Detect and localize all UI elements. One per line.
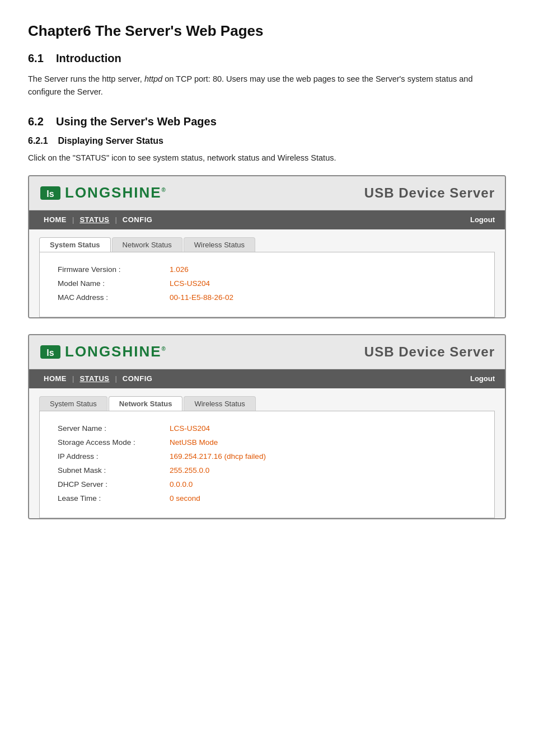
section-2-number: 6.2 <box>28 115 44 128</box>
svg-text:ls: ls <box>46 348 54 358</box>
table-row: Storage Access Mode : NetUSB Mode <box>53 435 481 449</box>
label-firmware: Firmware Version : <box>53 262 165 276</box>
section-2-heading: Using the Server's Web Pages <box>56 115 217 128</box>
label-model: Model Name : <box>53 276 165 290</box>
section-1-title: 6.1 Introduction <box>28 52 506 65</box>
section-1-heading: Introduction <box>56 52 121 64</box>
table-row: MAC Address : 00-11-E5-88-26-02 <box>53 290 481 304</box>
nav-status-1[interactable]: STATUS <box>75 215 114 224</box>
panel-1-logo: ls LONGSHINE® <box>39 182 167 204</box>
ui-panel-1: ls LONGSHINE® USB Device Server HOME | S… <box>28 175 506 318</box>
panel-2-product-title: USB Device Server <box>364 344 495 360</box>
section-2-title: 6.2 Using the Server's Web Pages <box>28 115 506 128</box>
value-firmware: 1.026 <box>165 262 481 276</box>
tab-wireless-status-1[interactable]: Wireless Status <box>184 237 255 252</box>
nav-sep-3: | <box>71 374 75 383</box>
section-1-number: 6.1 <box>28 52 44 64</box>
logo-name-2: LONGSHINE <box>65 343 162 360</box>
panel-2-tabs: System Status Network Status Wireless St… <box>39 396 495 411</box>
panel-1-tab-container: System Status Network Status Wireless St… <box>29 229 505 317</box>
nav-home-1[interactable]: HOME <box>39 215 71 224</box>
nav-sep-1: | <box>71 215 75 224</box>
table-row: Firmware Version : 1.026 <box>53 262 481 276</box>
longshine-logo-icon: ls <box>39 182 62 204</box>
label-subnet: Subnet Mask : <box>53 463 165 477</box>
value-model: LCS-US204 <box>165 276 481 290</box>
section-1-body: The Server runs the http server, httpd o… <box>28 73 506 98</box>
panel-2-tab-content: Server Name : LCS-US204 Storage Access M… <box>39 411 495 518</box>
table-row: Lease Time : 0 second <box>53 491 481 505</box>
label-server-name: Server Name : <box>53 421 165 435</box>
logo-reg-2: ® <box>162 346 167 352</box>
nav-sep-2: | <box>114 215 118 224</box>
panel-2-header: ls LONGSHINE® USB Device Server <box>29 335 505 369</box>
subsection-1-title: 6.2.1 Displaying Server Status <box>28 136 506 146</box>
longshine-logo-icon-2: ls <box>39 341 62 363</box>
value-mac: 00-11-E5-88-26-02 <box>165 290 481 304</box>
value-lease: 0 second <box>165 491 481 505</box>
label-mac: MAC Address : <box>53 290 165 304</box>
logo-reg: ® <box>162 187 167 193</box>
panel-1-data-table: Firmware Version : 1.026 Model Name : LC… <box>53 262 481 304</box>
nav-home-2[interactable]: HOME <box>39 374 71 383</box>
value-ip: 169.254.217.16 (dhcp failed) <box>165 449 481 463</box>
subsection-1-body: Click on the "STATUS" icon to see system… <box>28 152 506 165</box>
nav-status-2[interactable]: STATUS <box>75 374 114 383</box>
panel-1-tabs: System Status Network Status Wireless St… <box>39 237 495 252</box>
label-lease: Lease Time : <box>53 491 165 505</box>
value-subnet: 255.255.0.0 <box>165 463 481 477</box>
nav-logout-2[interactable]: Logout <box>470 374 495 383</box>
value-server-name: LCS-US204 <box>165 421 481 435</box>
subsection-1-number: 6.2.1 <box>28 136 48 145</box>
table-row: Model Name : LCS-US204 <box>53 276 481 290</box>
label-dhcp: DHCP Server : <box>53 477 165 491</box>
panel-1-tab-content: Firmware Version : 1.026 Model Name : LC… <box>39 252 495 317</box>
tab-network-status-2[interactable]: Network Status <box>109 396 183 411</box>
value-dhcp: 0.0.0.0 <box>165 477 481 491</box>
nav-config-2[interactable]: CONFIG <box>118 374 157 383</box>
panel-2-tab-container: System Status Network Status Wireless St… <box>29 388 505 518</box>
panel-1-product-title: USB Device Server <box>364 185 495 201</box>
longshine-logo-text-2: LONGSHINE® <box>65 343 167 360</box>
table-row: Subnet Mask : 255.255.0.0 <box>53 463 481 477</box>
panel-2-nav: HOME | STATUS | CONFIG Logout <box>29 369 505 388</box>
tab-system-status-2[interactable]: System Status <box>39 396 107 411</box>
table-row: IP Address : 169.254.217.16 (dhcp failed… <box>53 449 481 463</box>
ui-panel-2: ls LONGSHINE® USB Device Server HOME | S… <box>28 334 506 519</box>
table-row: Server Name : LCS-US204 <box>53 421 481 435</box>
longshine-logo-text: LONGSHINE® <box>65 184 167 201</box>
nav-sep-4: | <box>114 374 118 383</box>
table-row: DHCP Server : 0.0.0.0 <box>53 477 481 491</box>
label-storage-mode: Storage Access Mode : <box>53 435 165 449</box>
value-storage-mode: NetUSB Mode <box>165 435 481 449</box>
label-ip: IP Address : <box>53 449 165 463</box>
logo-name: LONGSHINE <box>65 184 162 201</box>
subsection-1-heading: Displaying Server Status <box>58 136 163 145</box>
tab-wireless-status-2[interactable]: Wireless Status <box>184 396 255 411</box>
panel-2-logo: ls LONGSHINE® <box>39 341 167 363</box>
svg-text:ls: ls <box>46 189 54 199</box>
nav-config-1[interactable]: CONFIG <box>118 215 157 224</box>
tab-system-status-1[interactable]: System Status <box>39 237 111 252</box>
chapter-title: Chapter6 The Server's Web Pages <box>28 22 506 40</box>
panel-1-header: ls LONGSHINE® USB Device Server <box>29 176 505 210</box>
tab-network-status-1[interactable]: Network Status <box>112 237 182 252</box>
panel-2-data-table: Server Name : LCS-US204 Storage Access M… <box>53 421 481 505</box>
nav-logout-1[interactable]: Logout <box>470 215 495 224</box>
panel-1-nav: HOME | STATUS | CONFIG Logout <box>29 210 505 229</box>
